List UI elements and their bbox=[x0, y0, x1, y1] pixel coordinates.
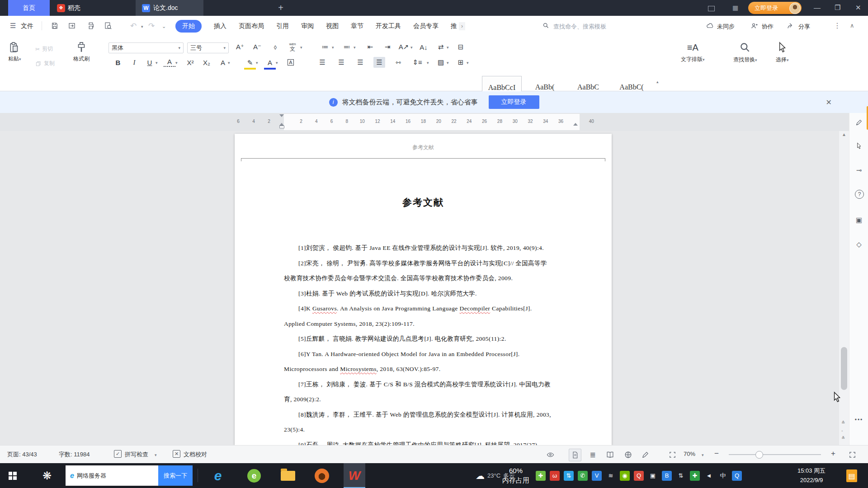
copy-button[interactable]: 复制 bbox=[35, 60, 55, 67]
new-tab-button[interactable]: + bbox=[275, 2, 287, 14]
tab-docer[interactable]: ❖ 稻壳 bbox=[51, 0, 87, 16]
minimize-button[interactable]: — bbox=[814, 4, 821, 11]
tab-document[interactable]: W 论文.doc bbox=[136, 0, 203, 16]
hamburger-icon[interactable]: ☰ bbox=[10, 22, 16, 30]
menu-tab-5[interactable]: 审阅 bbox=[301, 22, 314, 30]
notification-center-icon[interactable]: ▤ bbox=[843, 467, 861, 485]
sync-status[interactable]: 未同步 bbox=[717, 23, 735, 31]
align-left-icon[interactable]: ☰ bbox=[316, 57, 328, 68]
decrease-font-icon[interactable]: A⁻ bbox=[251, 42, 263, 52]
highlight-caret-icon[interactable]: ▾ bbox=[256, 61, 258, 65]
page-select-icon[interactable]: ◦ bbox=[841, 428, 843, 433]
menu-tab-4[interactable]: 引用 bbox=[276, 22, 289, 30]
menu-tab-7[interactable]: 章节 bbox=[351, 22, 363, 30]
spellcheck-checkbox-icon[interactable]: ✓ bbox=[114, 450, 122, 458]
ocr-tool-icon[interactable]: ▣ bbox=[853, 214, 865, 226]
collaborate-label[interactable]: 协作 bbox=[762, 23, 774, 31]
screenshot-icon[interactable]: ▣ bbox=[648, 471, 658, 481]
menu-tab-1[interactable]: 开始 bbox=[175, 20, 202, 33]
font-color-caret-icon[interactable]: ▾ bbox=[276, 61, 278, 65]
numbered-list-icon[interactable]: ≕ bbox=[341, 42, 353, 52]
highlight-color-icon[interactable]: ✎ bbox=[244, 57, 256, 70]
zoom-slider-knob[interactable] bbox=[755, 451, 763, 459]
menu-tab-2[interactable]: 插入 bbox=[214, 22, 226, 30]
zoom-level[interactable]: 70% bbox=[684, 450, 695, 457]
bold-icon[interactable]: B bbox=[112, 57, 124, 68]
share-label[interactable]: 分享 bbox=[798, 23, 810, 31]
notice-login-button[interactable]: 立即登录 bbox=[489, 95, 539, 109]
command-search-input[interactable]: 查找命令、搜索模板 bbox=[553, 23, 606, 31]
fullscreen-icon[interactable] bbox=[846, 449, 858, 460]
print-preview-icon[interactable] bbox=[104, 22, 112, 30]
green-widget-icon[interactable]: ✚ bbox=[536, 471, 546, 481]
align-center-icon[interactable]: ☰ bbox=[335, 57, 347, 68]
shading-caret-icon[interactable]: ▾ bbox=[447, 61, 449, 65]
usb-stick-icon[interactable]: ⇅ bbox=[676, 471, 686, 481]
shading-icon[interactable]: ▨ bbox=[435, 57, 447, 68]
file-menu[interactable]: 文件 bbox=[21, 22, 33, 30]
bullet-list-icon[interactable]: ≔ bbox=[319, 42, 331, 52]
previous-page-icon[interactable]: ≙ bbox=[841, 420, 845, 425]
sort-icon[interactable]: A↓ bbox=[418, 42, 429, 52]
export-icon[interactable] bbox=[68, 22, 76, 30]
italic-icon[interactable]: I bbox=[128, 57, 140, 68]
word-count[interactable]: 字数: 11984 bbox=[59, 450, 90, 459]
taskbar-search-value[interactable]: 网络服务器 bbox=[77, 472, 158, 480]
zoom-in-icon[interactable]: + bbox=[831, 449, 835, 458]
right-indent-marker[interactable] bbox=[573, 123, 578, 126]
menu-tab-9[interactable]: 会员专享 bbox=[413, 22, 439, 30]
pinyin-guide-icon[interactable]: wén文 bbox=[287, 42, 298, 52]
eye-protect-icon[interactable] bbox=[544, 449, 556, 460]
read-mode-icon[interactable] bbox=[604, 449, 616, 460]
handwrite-icon[interactable] bbox=[639, 449, 651, 460]
superscript-icon[interactable]: X² bbox=[184, 57, 196, 68]
line-spacing-icon[interactable]: ⇕≡ bbox=[411, 57, 423, 68]
format-painter-button[interactable]: 格式刷 bbox=[73, 42, 90, 63]
adjust-tool-icon[interactable]: ⊸ bbox=[853, 164, 865, 176]
wordart-caret-icon[interactable]: ▾ bbox=[410, 45, 413, 50]
font-color-icon[interactable]: A bbox=[264, 57, 276, 70]
line-spacing-caret-icon[interactable]: ▾ bbox=[427, 61, 429, 65]
speaker-icon[interactable]: ◄ bbox=[704, 471, 714, 481]
clear-format-icon[interactable]: ⬨ bbox=[269, 42, 281, 52]
next-page-icon[interactable]: ≚ bbox=[841, 436, 845, 441]
cloud-sync-icon[interactable] bbox=[706, 22, 714, 30]
proofread-checkbox-icon[interactable]: ✕ bbox=[173, 450, 180, 458]
character-border-icon[interactable]: A bbox=[285, 57, 297, 68]
taskbar-search-button[interactable]: 搜索一下 bbox=[158, 465, 193, 486]
outline-view-icon[interactable]: ≣ bbox=[587, 449, 599, 460]
decrease-indent-icon[interactable]: ⇤ bbox=[364, 42, 376, 52]
font-size-select[interactable]: 三号▾ bbox=[187, 42, 229, 53]
menu-tabs-overflow-arrow[interactable]: › bbox=[459, 22, 465, 30]
more-menu-icon[interactable]: ⋮ bbox=[834, 21, 841, 30]
cut-button[interactable]: ✂剪切 bbox=[35, 45, 53, 53]
print-icon[interactable] bbox=[87, 22, 95, 30]
apps-grid-icon[interactable]: ▦ bbox=[732, 4, 738, 11]
undo-icon[interactable]: ↶ bbox=[130, 21, 137, 31]
usb-device-icon[interactable]: ⇅ bbox=[564, 471, 574, 481]
safe-guard-icon[interactable]: ❋ bbox=[38, 467, 56, 485]
wifi-icon[interactable]: ≋ bbox=[606, 471, 616, 481]
increase-indent-icon[interactable]: ⇥ bbox=[382, 42, 393, 52]
save-icon[interactable] bbox=[51, 22, 59, 30]
antivirus-icon[interactable]: ✚ bbox=[690, 471, 700, 481]
qq-icon[interactable]: Q bbox=[634, 471, 644, 481]
character-scale-icon[interactable]: ⊟ bbox=[455, 42, 467, 52]
zoom-out-icon[interactable]: − bbox=[714, 449, 719, 458]
collaborate-icon[interactable] bbox=[750, 22, 758, 30]
text-direction-caret-icon[interactable]: ▾ bbox=[447, 45, 449, 50]
style-scroll-up-icon[interactable]: ▴ bbox=[656, 80, 659, 84]
menu-tab-6[interactable]: 视图 bbox=[326, 22, 339, 30]
login-button[interactable]: 立即登录 bbox=[748, 2, 802, 14]
tab-home[interactable]: 首页 bbox=[8, 0, 50, 16]
close-button[interactable]: ✕ bbox=[855, 4, 861, 12]
spellcheck-caret-icon[interactable]: ▾ bbox=[155, 453, 157, 457]
distribute-icon[interactable]: ⇿ bbox=[392, 57, 404, 68]
ink-annotate-icon[interactable] bbox=[853, 117, 865, 128]
collapse-ribbon-icon[interactable]: ∧ bbox=[850, 22, 854, 29]
red-pet-icon[interactable]: ω bbox=[550, 471, 560, 481]
find-replace-button[interactable]: 查找替换▾ bbox=[733, 42, 757, 64]
fit-page-icon[interactable] bbox=[666, 449, 678, 460]
help-icon[interactable]: ? bbox=[855, 190, 864, 199]
pinyin-caret-icon[interactable]: ▾ bbox=[300, 45, 302, 50]
